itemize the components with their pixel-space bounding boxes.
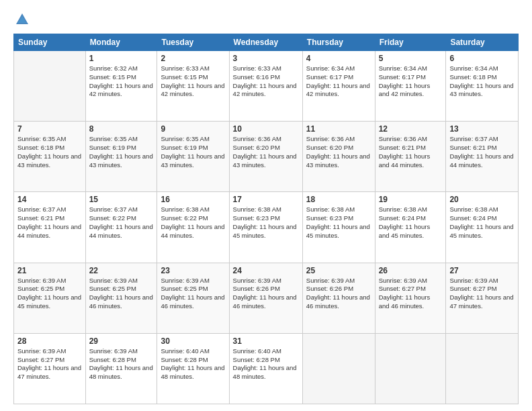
day-number: 28 [17,336,82,346]
cell-text: Sunrise: 6:39 AMSunset: 6:28 PMDaylight:… [89,347,154,381]
calendar-cell [302,333,375,404]
cell-text: Sunrise: 6:33 AMSunset: 6:15 PMDaylight:… [161,64,225,99]
calendar-cell: 12Sunrise: 6:36 AMSunset: 6:21 PMDayligh… [375,122,446,192]
cell-text: Sunrise: 6:39 AMSunset: 6:25 PMDaylight:… [89,277,154,311]
calendar-cell: 24Sunrise: 6:39 AMSunset: 6:26 PMDayligh… [229,263,302,333]
calendar-cell: 15Sunrise: 6:37 AMSunset: 6:22 PMDayligh… [85,192,157,263]
cell-text: Sunrise: 6:34 AMSunset: 6:18 PMDaylight:… [449,64,515,99]
header [13,12,519,27]
cell-text: Sunrise: 6:39 AMSunset: 6:27 PMDaylight:… [17,347,82,381]
day-number: 5 [379,54,443,63]
day-number: 25 [306,266,371,275]
calendar-cell: 18Sunrise: 6:38 AMSunset: 6:23 PMDayligh… [302,192,375,263]
calendar-table: SundayMondayTuesdayWednesdayThursdayFrid… [13,34,519,404]
day-number: 22 [89,266,154,275]
day-number: 6 [449,54,515,63]
cell-text: Sunrise: 6:35 AMSunset: 6:18 PMDaylight:… [17,135,82,169]
calendar-cell: 30Sunrise: 6:40 AMSunset: 6:28 PMDayligh… [157,333,229,404]
calendar-cell: 8Sunrise: 6:35 AMSunset: 6:19 PMDaylight… [85,122,157,192]
day-number: 4 [306,54,371,63]
calendar-cell: 20Sunrise: 6:38 AMSunset: 6:24 PMDayligh… [446,192,519,263]
day-number: 10 [233,124,299,134]
calendar-cell: 16Sunrise: 6:38 AMSunset: 6:22 PMDayligh… [157,192,229,263]
cell-text: Sunrise: 6:39 AMSunset: 6:25 PMDaylight:… [17,277,82,311]
calendar-cell [14,51,86,122]
calendar-cell [446,333,519,404]
cell-text: Sunrise: 6:36 AMSunset: 6:20 PMDaylight:… [233,135,299,169]
weekday-header: Thursday [302,34,375,51]
calendar-cell: 9Sunrise: 6:35 AMSunset: 6:19 PMDaylight… [157,122,229,192]
cell-text: Sunrise: 6:35 AMSunset: 6:19 PMDaylight:… [89,135,154,169]
cell-text: Sunrise: 6:39 AMSunset: 6:26 PMDaylight:… [306,277,371,311]
calendar-cell: 25Sunrise: 6:39 AMSunset: 6:26 PMDayligh… [302,263,375,333]
calendar-cell: 26Sunrise: 6:39 AMSunset: 6:27 PMDayligh… [375,263,446,333]
day-number: 7 [17,124,82,134]
cell-text: Sunrise: 6:34 AMSunset: 6:17 PMDaylight:… [306,64,371,99]
logo [13,12,30,27]
day-number: 27 [449,266,515,275]
day-number: 23 [161,266,225,275]
day-number: 17 [233,195,299,204]
cell-text: Sunrise: 6:40 AMSunset: 6:28 PMDaylight:… [233,347,299,381]
day-number: 14 [17,195,82,204]
calendar-cell: 29Sunrise: 6:39 AMSunset: 6:28 PMDayligh… [85,333,157,404]
day-number: 12 [379,124,443,134]
cell-text: Sunrise: 6:40 AMSunset: 6:28 PMDaylight:… [161,347,225,381]
day-number: 2 [161,54,225,63]
day-number: 3 [233,54,299,63]
weekday-header: Tuesday [157,34,229,51]
weekday-header: Saturday [446,34,519,51]
day-number: 9 [161,124,225,134]
page: SundayMondayTuesdayWednesdayThursdayFrid… [0,0,532,411]
calendar-cell: 10Sunrise: 6:36 AMSunset: 6:20 PMDayligh… [229,122,302,192]
calendar-cell: 14Sunrise: 6:37 AMSunset: 6:21 PMDayligh… [14,192,86,263]
day-number: 11 [306,124,371,134]
day-number: 21 [17,266,82,275]
calendar-cell: 6Sunrise: 6:34 AMSunset: 6:18 PMDaylight… [446,51,519,122]
day-number: 18 [306,195,371,204]
cell-text: Sunrise: 6:35 AMSunset: 6:19 PMDaylight:… [161,135,225,169]
cell-text: Sunrise: 6:34 AMSunset: 6:17 PMDaylight:… [379,64,443,99]
calendar-cell: 31Sunrise: 6:40 AMSunset: 6:28 PMDayligh… [229,333,302,404]
cell-text: Sunrise: 6:38 AMSunset: 6:23 PMDaylight:… [306,205,371,240]
cell-text: Sunrise: 6:39 AMSunset: 6:26 PMDaylight:… [233,277,299,311]
cell-text: Sunrise: 6:38 AMSunset: 6:23 PMDaylight:… [233,205,299,240]
day-number: 30 [161,336,225,346]
cell-text: Sunrise: 6:32 AMSunset: 6:15 PMDaylight:… [89,64,154,99]
calendar-cell: 27Sunrise: 6:39 AMSunset: 6:27 PMDayligh… [446,263,519,333]
cell-text: Sunrise: 6:37 AMSunset: 6:21 PMDaylight:… [449,135,515,169]
calendar-cell: 3Sunrise: 6:33 AMSunset: 6:16 PMDaylight… [229,51,302,122]
calendar-cell: 22Sunrise: 6:39 AMSunset: 6:25 PMDayligh… [85,263,157,333]
weekday-header: Sunday [14,34,86,51]
calendar-cell: 28Sunrise: 6:39 AMSunset: 6:27 PMDayligh… [14,333,86,404]
calendar-cell: 1Sunrise: 6:32 AMSunset: 6:15 PMDaylight… [85,51,157,122]
cell-text: Sunrise: 6:39 AMSunset: 6:27 PMDaylight:… [449,277,515,311]
cell-text: Sunrise: 6:36 AMSunset: 6:20 PMDaylight:… [306,135,371,169]
weekday-header: Friday [375,34,446,51]
day-number: 29 [89,336,154,346]
cell-text: Sunrise: 6:36 AMSunset: 6:21 PMDaylight:… [379,135,443,169]
weekday-header: Monday [85,34,157,51]
cell-text: Sunrise: 6:39 AMSunset: 6:27 PMDaylight:… [379,277,443,311]
day-number: 31 [233,336,299,346]
calendar-cell: 2Sunrise: 6:33 AMSunset: 6:15 PMDaylight… [157,51,229,122]
day-number: 20 [449,195,515,204]
calendar-cell: 11Sunrise: 6:36 AMSunset: 6:20 PMDayligh… [302,122,375,192]
calendar-cell [375,333,446,404]
calendar-cell: 23Sunrise: 6:39 AMSunset: 6:25 PMDayligh… [157,263,229,333]
calendar-cell: 19Sunrise: 6:38 AMSunset: 6:24 PMDayligh… [375,192,446,263]
calendar-cell: 21Sunrise: 6:39 AMSunset: 6:25 PMDayligh… [14,263,86,333]
weekday-header: Wednesday [229,34,302,51]
cell-text: Sunrise: 6:38 AMSunset: 6:24 PMDaylight:… [449,205,515,240]
calendar-cell: 7Sunrise: 6:35 AMSunset: 6:18 PMDaylight… [14,122,86,192]
day-number: 24 [233,266,299,275]
day-number: 13 [449,124,515,134]
day-number: 1 [89,54,154,63]
day-number: 19 [379,195,443,204]
day-number: 26 [379,266,443,275]
calendar-cell: 13Sunrise: 6:37 AMSunset: 6:21 PMDayligh… [446,122,519,192]
cell-text: Sunrise: 6:38 AMSunset: 6:24 PMDaylight:… [379,205,443,240]
calendar-cell: 17Sunrise: 6:38 AMSunset: 6:23 PMDayligh… [229,192,302,263]
cell-text: Sunrise: 6:37 AMSunset: 6:22 PMDaylight:… [89,205,154,240]
day-number: 15 [89,195,154,204]
